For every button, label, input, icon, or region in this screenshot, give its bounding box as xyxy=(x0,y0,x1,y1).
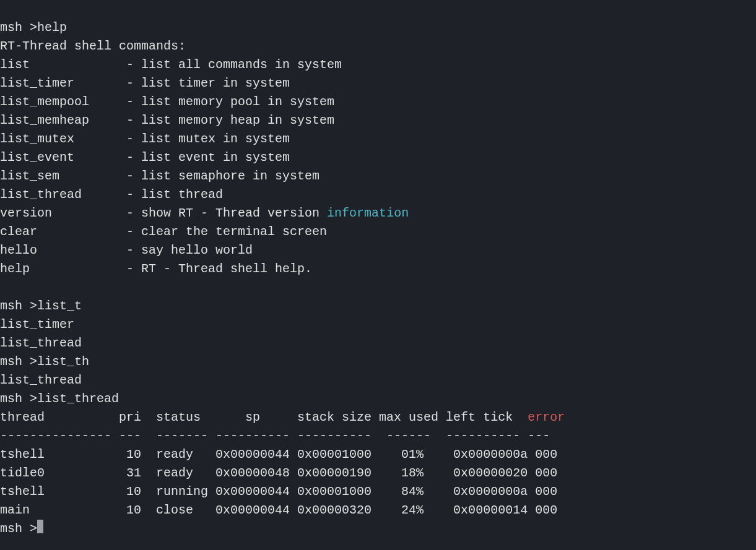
prompt-line: msh >help xyxy=(0,20,67,35)
command-text: list_t xyxy=(37,299,82,313)
help-cmd-desc: - say hello world xyxy=(126,243,253,257)
help-row: clear - clear the terminal screen xyxy=(0,225,327,239)
help-row: hello - say hello world xyxy=(0,243,253,257)
help-cmd-name: list_timer xyxy=(0,76,74,90)
table-header: thread pri status sp stack size max used… xyxy=(0,410,528,424)
prompt: msh > xyxy=(0,20,37,35)
table-separator: --------------- --- ------- ---------- -… xyxy=(0,429,550,443)
prompt: msh > xyxy=(0,522,37,536)
help-cmd-desc: - list semaphore in system xyxy=(126,169,319,183)
prompt-line: msh >list_th xyxy=(0,354,89,369)
help-cmd-name: list_sem xyxy=(0,169,59,183)
help-row: list_sem - list semaphore in system xyxy=(0,169,319,183)
help-row: list_thread - list thread xyxy=(0,187,223,202)
help-cmd-desc: - list all commands in system xyxy=(126,58,342,72)
prompt-line: msh >list_thread xyxy=(0,392,119,406)
help-cmd-name: list_memheap xyxy=(0,113,89,127)
table-header-error: error xyxy=(528,410,565,424)
output-line: list_thread xyxy=(0,373,82,387)
help-cmd-name: list_event xyxy=(0,150,74,165)
prompt: msh > xyxy=(0,354,37,369)
help-cmd-desc: - RT - Thread shell help. xyxy=(126,262,312,276)
help-cmd-desc: - list mutex in system xyxy=(126,132,290,146)
help-pad xyxy=(74,150,126,165)
help-row: list_memheap - list memory heap in syste… xyxy=(0,113,334,127)
help-row: list - list all commands in system xyxy=(0,58,342,72)
prompt: msh > xyxy=(0,392,37,406)
output-line: list_thread xyxy=(0,336,82,350)
help-row: list_mutex - list mutex in system xyxy=(0,132,290,146)
help-cmd-desc: - list timer in system xyxy=(126,76,290,90)
help-cmd-name: list_thread xyxy=(0,187,82,202)
help-cmd-desc: - clear the terminal screen xyxy=(126,225,327,239)
table-row: main 10 close 0x00000044 0x00000320 24% … xyxy=(0,503,557,517)
help-pad xyxy=(30,58,126,72)
prompt-line: msh >list_t xyxy=(0,299,82,313)
help-pad xyxy=(89,113,126,127)
table-sep-row: --------------- --- ------- ---------- -… xyxy=(0,429,550,443)
help-cmd-name: list_mempool xyxy=(0,95,89,109)
help-cmd-name: list_mutex xyxy=(0,132,74,146)
help-pad xyxy=(52,206,126,220)
help-cmd-name: version xyxy=(0,206,52,220)
terminal[interactable]: msh >help RT-Thread shell commands: list… xyxy=(0,19,756,538)
help-cmd-name: help xyxy=(0,262,30,276)
command-text: list_th xyxy=(37,354,89,369)
output-line: RT-Thread shell commands: xyxy=(0,39,186,53)
help-pad xyxy=(37,225,126,239)
help-pad xyxy=(37,243,126,257)
help-cmd-desc: - list event in system xyxy=(126,150,290,165)
help-pad xyxy=(89,95,126,109)
command-text: help xyxy=(37,20,67,35)
table-header-row: thread pri status sp stack size max used… xyxy=(0,410,565,424)
help-pad xyxy=(74,132,126,146)
help-pad xyxy=(82,187,126,202)
help-cmd-name: list xyxy=(0,58,30,72)
help-keyword: information xyxy=(327,206,409,220)
cursor xyxy=(37,520,43,533)
help-cmd-desc: - list memory heap in system xyxy=(126,113,334,127)
output-line: list_timer xyxy=(0,317,74,332)
table-row: tshell 10 ready 0x00000044 0x00001000 01… xyxy=(0,447,557,462)
help-row: version - show RT - Thread version infor… xyxy=(0,206,409,220)
help-pad xyxy=(74,76,126,90)
help-cmd-name: clear xyxy=(0,225,37,239)
table-row: tidle0 31 ready 0x00000048 0x00000190 18… xyxy=(0,466,557,480)
prompt-line[interactable]: msh > xyxy=(0,522,43,536)
help-row: list_timer - list timer in system xyxy=(0,76,290,90)
help-cmd-desc: - list memory pool in system xyxy=(126,95,334,109)
table-row: tshell 10 running 0x00000044 0x00001000 … xyxy=(0,484,557,499)
help-cmd-desc: - list thread xyxy=(126,187,223,202)
help-cmd-desc: - show RT - Thread version xyxy=(126,206,327,220)
help-row: list_mempool - list memory pool in syste… xyxy=(0,95,334,109)
help-pad xyxy=(30,262,126,276)
help-cmd-name: hello xyxy=(0,243,37,257)
help-row: list_event - list event in system xyxy=(0,150,290,165)
help-row: help - RT - Thread shell help. xyxy=(0,262,312,276)
command-text: list_thread xyxy=(37,392,119,406)
help-pad xyxy=(59,169,126,183)
prompt: msh > xyxy=(0,299,37,313)
